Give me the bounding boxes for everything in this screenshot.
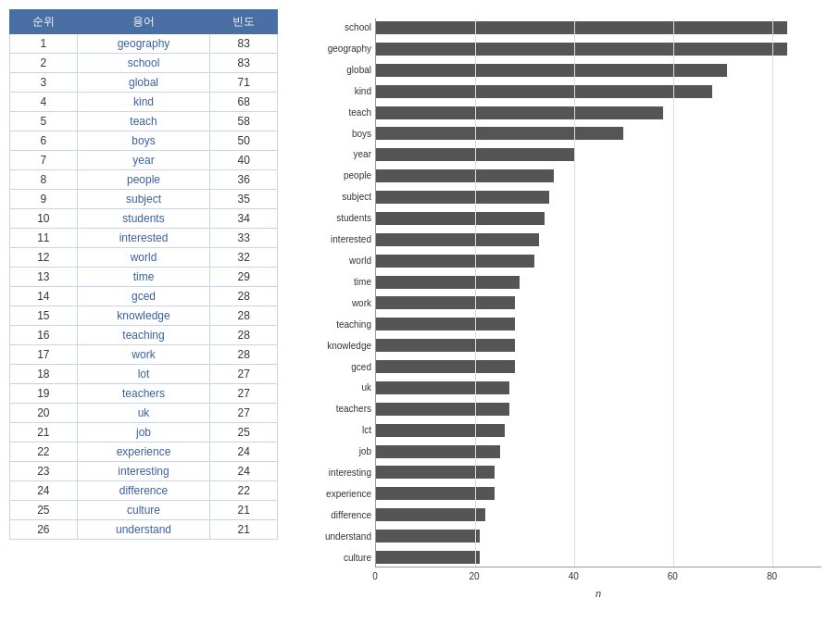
table-row: 1geography83 xyxy=(10,34,278,54)
rank-cell: 20 xyxy=(10,404,78,423)
freq-cell: 28 xyxy=(210,287,278,306)
table-row: 11interested33 xyxy=(10,229,278,248)
grid-line xyxy=(574,19,575,567)
freq-cell: 27 xyxy=(210,404,278,423)
freq-cell: 40 xyxy=(210,151,278,170)
y-axis-label: global xyxy=(346,61,371,80)
bar xyxy=(376,43,787,56)
freq-cell: 50 xyxy=(210,131,278,151)
term-cell: teachers xyxy=(77,384,210,404)
bar xyxy=(376,64,727,77)
bar-row xyxy=(376,484,821,503)
table-row: 13time29 xyxy=(10,268,278,287)
bar-row xyxy=(376,357,821,376)
table-row: 12world32 xyxy=(10,248,278,268)
x-tick-label: 60 xyxy=(668,571,678,581)
freq-cell: 28 xyxy=(210,306,278,326)
rank-cell: 16 xyxy=(10,326,78,345)
bar xyxy=(376,85,712,98)
bar xyxy=(376,21,787,34)
x-tick-label: 40 xyxy=(569,571,579,581)
rank-cell: 12 xyxy=(10,248,78,268)
bar xyxy=(376,360,515,373)
rank-cell: 24 xyxy=(10,481,78,501)
table-row: 24difference22 xyxy=(10,481,278,501)
freq-cell: 21 xyxy=(210,501,278,520)
term-cell: work xyxy=(77,345,210,365)
word-frequency-table: 순위 용어 빈도 1geography832school833global714… xyxy=(9,9,278,540)
term-cell: world xyxy=(77,248,210,268)
table-row: 19teachers27 xyxy=(10,384,278,404)
table-row: 6boys50 xyxy=(10,131,278,151)
term-cell: geography xyxy=(77,34,210,54)
y-axis-label: time xyxy=(354,273,371,292)
y-axis-label: world xyxy=(349,252,371,270)
rank-cell: 26 xyxy=(10,520,78,540)
freq-cell: 83 xyxy=(210,34,278,54)
y-axis-label: knowledge xyxy=(327,337,371,355)
table-row: 20uk27 xyxy=(10,404,278,423)
rank-cell: 22 xyxy=(10,443,78,462)
table-row: 22experience24 xyxy=(10,443,278,462)
bar xyxy=(376,487,495,500)
y-axis-label: school xyxy=(345,19,371,37)
bar-row xyxy=(376,145,821,164)
freq-cell: 24 xyxy=(210,462,278,481)
bar-row xyxy=(376,273,821,292)
x-tick-label: 80 xyxy=(767,571,777,581)
y-axis-label: interested xyxy=(331,231,371,249)
term-header: 용어 xyxy=(77,10,210,34)
rank-cell: 18 xyxy=(10,365,78,384)
rank-cell: 3 xyxy=(10,73,78,93)
table-row: 25culture21 xyxy=(10,501,278,520)
rank-cell: 17 xyxy=(10,345,78,365)
bar-row xyxy=(376,188,821,206)
term-cell: global xyxy=(77,73,210,93)
rank-cell: 5 xyxy=(10,112,78,131)
bar xyxy=(376,318,515,330)
table-row: 16teaching28 xyxy=(10,326,278,345)
rank-header: 순위 xyxy=(10,10,78,34)
table-row: 5teach58 xyxy=(10,112,278,131)
bar xyxy=(376,530,480,542)
term-cell: teach xyxy=(77,112,210,131)
rank-cell: 9 xyxy=(10,190,78,209)
table-row: 8people36 xyxy=(10,170,278,190)
term-cell: culture xyxy=(77,501,210,520)
bar xyxy=(376,191,549,204)
rank-cell: 6 xyxy=(10,131,78,151)
bar-row xyxy=(376,315,821,333)
bar-row xyxy=(376,400,821,418)
freq-cell: 28 xyxy=(210,345,278,365)
y-axis-label: interesting xyxy=(329,464,371,482)
term-cell: people xyxy=(77,170,210,190)
bar xyxy=(376,424,505,437)
rank-cell: 19 xyxy=(10,384,78,404)
y-axis-label: understand xyxy=(325,528,371,546)
rank-cell: 1 xyxy=(10,34,78,54)
table-row: 4kind68 xyxy=(10,93,278,112)
bar-row xyxy=(376,19,821,37)
term-cell: uk xyxy=(77,404,210,423)
bar-row xyxy=(376,231,821,249)
term-cell: time xyxy=(77,268,210,287)
freq-cell: 36 xyxy=(210,170,278,190)
rank-cell: 4 xyxy=(10,93,78,112)
bar-row xyxy=(376,527,821,545)
table-row: 14gced28 xyxy=(10,287,278,306)
y-axis-label: people xyxy=(344,167,371,185)
y-axis-label: kind xyxy=(355,82,371,101)
bar-row xyxy=(376,124,821,143)
x-axis: 020406080 xyxy=(375,571,821,586)
bar-row xyxy=(376,252,821,270)
freq-cell: 32 xyxy=(210,248,278,268)
y-axis-label: subject xyxy=(342,188,371,206)
bar-row xyxy=(376,443,821,461)
y-axis-label: lct xyxy=(362,421,371,440)
table-row: 15knowledge28 xyxy=(10,306,278,326)
term-cell: experience xyxy=(77,443,210,462)
y-axis-label: job xyxy=(359,443,371,461)
bar xyxy=(376,296,515,309)
bar-row xyxy=(376,209,821,228)
rank-cell: 23 xyxy=(10,462,78,481)
